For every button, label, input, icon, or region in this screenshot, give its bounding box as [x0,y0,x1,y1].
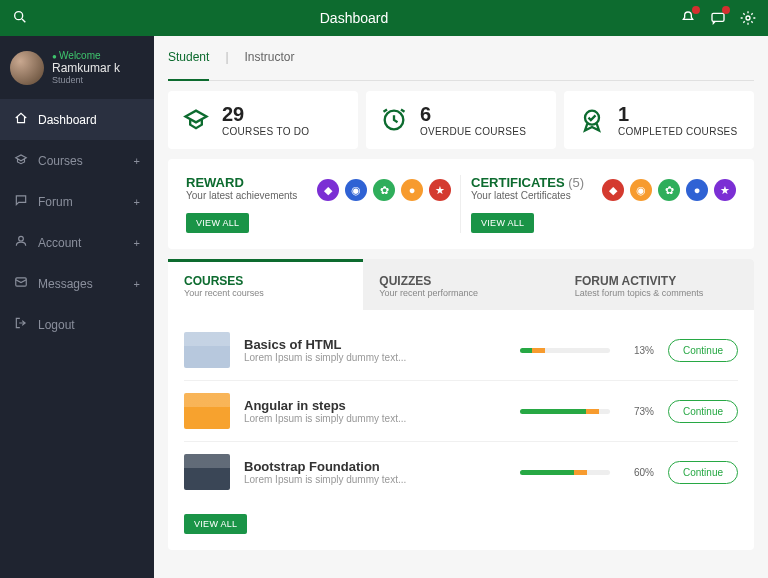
course-desc: Lorem Ipsum is simply dummy text... [244,474,506,485]
stat-label: COMPLETED COURSES [618,126,738,137]
certs-viewall[interactable]: VIEW ALL [471,213,534,233]
sidebar-item-forum[interactable]: Forum+ [0,181,154,222]
stat-card[interactable]: 29COURSES TO DO [168,91,358,149]
course-title: Basics of HTML [244,337,506,352]
message-badge [722,6,730,14]
achievement-badge[interactable]: ● [686,179,708,201]
nav-icon [14,316,28,333]
expand-icon: + [134,278,140,290]
course-thumb [184,393,230,429]
progress-pct: 60% [624,467,654,478]
achievement-badge[interactable]: ◆ [317,179,339,201]
tab-sub: Latest forum topics & comments [575,288,738,298]
stat-number: 29 [222,103,309,126]
nav-label: Account [38,236,81,250]
stat-number: 1 [618,103,738,126]
courses-viewall[interactable]: VIEW ALL [184,514,247,534]
course-desc: Lorem Ipsum is simply dummy text... [244,413,506,424]
course-row: Bootstrap FoundationLorem Ipsum is simpl… [184,442,738,502]
user-role: Student [52,75,120,85]
progress-pct: 13% [624,345,654,356]
stat-card[interactable]: 6OVERDUE COURSES [366,91,556,149]
course-thumb [184,454,230,490]
progress-bar [520,470,610,475]
sidebar: Welcome Ramkumar k Student DashboardCour… [0,36,154,578]
achievement-badge[interactable]: ◆ [602,179,624,201]
achievement-badge[interactable]: ✿ [658,179,680,201]
course-title: Bootstrap Foundation [244,459,506,474]
achievement-badge[interactable]: ◉ [345,179,367,201]
nav-icon [14,193,28,210]
nav-icon [14,152,28,169]
certs-title: CERTIFICATES [471,175,565,190]
tab-title: QUIZZES [379,274,542,288]
content-area: Student | Instructor 29COURSES TO DO6OVE… [154,36,768,578]
nav-icon [14,275,28,292]
continue-button[interactable]: Continue [668,339,738,362]
sidebar-item-logout[interactable]: Logout [0,304,154,345]
nav-icon [14,111,28,128]
progress-bar [520,409,610,414]
continue-button[interactable]: Continue [668,400,738,423]
certs-count: (5) [568,175,584,190]
nav-label: Forum [38,195,73,209]
nav-label: Dashboard [38,113,97,127]
course-row: Basics of HTMLLorem Ipsum is simply dumm… [184,320,738,381]
course-row: Angular in stepsLorem Ipsum is simply du… [184,381,738,442]
tab-quizzes[interactable]: QUIZZESYour recent performance [363,262,558,310]
certificates-section: CERTIFICATES (5) Your latest Certificate… [471,175,736,233]
stat-icon [380,106,408,134]
continue-button[interactable]: Continue [668,461,738,484]
svg-point-3 [746,16,750,20]
nav-icon [14,234,28,251]
progress-pct: 73% [624,406,654,417]
course-title: Angular in steps [244,398,506,413]
role-tabs: Student | Instructor [168,46,754,81]
user-name: Ramkumar k [52,61,120,75]
welcome-text: Welcome [52,50,120,61]
course-desc: Lorem Ipsum is simply dummy text... [244,352,506,363]
topbar: Dashboard [0,0,768,36]
search-icon[interactable] [12,9,28,28]
bell-icon[interactable] [680,10,696,26]
tab-courses[interactable]: COURSESYour recent courses [168,259,363,310]
expand-icon: + [134,237,140,249]
tab-sub: Your recent courses [184,288,347,298]
achievement-badge[interactable]: ★ [714,179,736,201]
nav-label: Messages [38,277,93,291]
stat-card[interactable]: 1COMPLETED COURSES [564,91,754,149]
svg-rect-2 [712,13,724,21]
tab-instructor[interactable]: Instructor [245,50,295,70]
stat-label: COURSES TO DO [222,126,309,137]
expand-icon: + [134,155,140,167]
sidebar-item-dashboard[interactable]: Dashboard [0,99,154,140]
notification-badge [692,6,700,14]
achievement-badge[interactable]: ★ [429,179,451,201]
svg-line-1 [22,19,25,22]
sidebar-item-account[interactable]: Account+ [0,222,154,263]
nav-label: Courses [38,154,83,168]
achievement-badge[interactable]: ◉ [630,179,652,201]
tab-student[interactable]: Student [168,50,209,81]
profile-block[interactable]: Welcome Ramkumar k Student [0,36,154,99]
stat-number: 6 [420,103,526,126]
sidebar-item-messages[interactable]: Messages+ [0,263,154,304]
tab-sub: Your recent performance [379,288,542,298]
gear-icon[interactable] [740,10,756,26]
achievement-badge[interactable]: ● [401,179,423,201]
reward-section: REWARD Your latest achievements ◆◉✿●★ VI… [186,175,451,233]
course-thumb [184,332,230,368]
page-title: Dashboard [28,10,680,26]
nav-label: Logout [38,318,75,332]
reward-viewall[interactable]: VIEW ALL [186,213,249,233]
progress-bar [520,348,610,353]
svg-point-0 [15,11,23,19]
svg-point-4 [19,236,24,241]
sidebar-item-courses[interactable]: Courses+ [0,140,154,181]
achievement-badge[interactable]: ✿ [373,179,395,201]
stat-label: OVERDUE COURSES [420,126,526,137]
chat-icon[interactable] [710,10,726,26]
tab-title: COURSES [184,274,347,288]
expand-icon: + [134,196,140,208]
tab-forum-activity[interactable]: FORUM ACTIVITYLatest forum topics & comm… [559,262,754,310]
